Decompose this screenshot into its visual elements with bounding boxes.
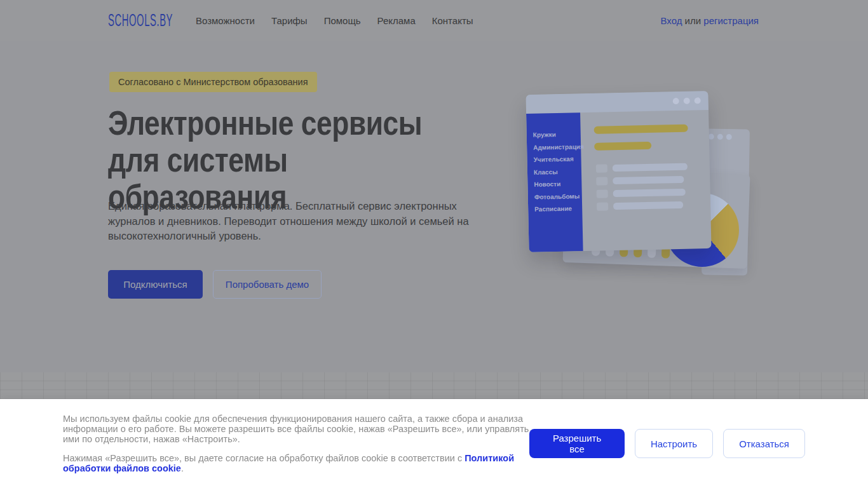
illustration-menu-item: Учительская (533, 152, 574, 166)
auth-links: Вход или регистрация (661, 15, 759, 26)
decline-cookies-button[interactable]: Отказаться (723, 429, 805, 458)
auth-separator: или (682, 15, 703, 26)
illustration-sidebar-menu: Кружки Администрация Учительская Классы … (526, 112, 583, 252)
configure-cookies-button[interactable]: Настроить (635, 429, 713, 458)
window-controls-icon (673, 97, 701, 104)
connect-button[interactable]: Подключиться (108, 270, 203, 299)
cookie-banner-text: Мы используем файлы cookie для обеспечен… (63, 414, 529, 473)
pattern-strip (0, 372, 868, 399)
ministry-approval-badge: Согласовано с Министерством образования (109, 72, 317, 92)
cookie-paragraph-2: Нажимая «Разрешить все», вы даете соглас… (63, 453, 529, 473)
cookie-paragraph-1: Мы используем файлы cookie для обеспечен… (63, 414, 529, 444)
nav-item-help[interactable]: Помощь (324, 15, 361, 26)
page-title-line1: Электронные сервисы (108, 104, 473, 141)
main-nav: Возможности Тарифы Помощь Реклама Контак… (196, 15, 473, 26)
content-highlight-bar (594, 125, 688, 134)
nav-item-ads[interactable]: Реклама (377, 15, 416, 26)
nav-item-features[interactable]: Возможности (196, 15, 255, 26)
illustration-menu-item: Расписание (534, 202, 576, 215)
nav-item-contacts[interactable]: Контакты (432, 15, 473, 26)
logo-text: SCHOOLS.BY (108, 11, 173, 30)
hero-buttons: Подключиться Попробовать демо (108, 270, 322, 299)
illustration-menu-item: Кружки (533, 128, 574, 141)
try-demo-button[interactable]: Попробовать демо (213, 270, 322, 299)
nav-item-tariffs[interactable]: Тарифы (271, 15, 308, 26)
window-controls-icon (709, 134, 732, 140)
illustration-menu-item: Новости (534, 177, 575, 191)
illustration-menu-item: Классы (534, 165, 575, 179)
cookie-buttons: Разрешить все Настроить Отказаться (529, 429, 805, 458)
page-title: Электронные сервисы для системы образова… (108, 104, 473, 215)
hero-illustration: Кружки Администрация Учительская Классы … (526, 89, 750, 318)
hero-section: Согласовано с Министерством образования … (0, 41, 868, 372)
logo[interactable]: SCHOOLS.BY (108, 11, 166, 30)
illustration-front-window: Кружки Администрация Учительская Классы … (526, 91, 711, 252)
illustration-titlebar (526, 91, 709, 114)
illustration-menu-item: Фотоальбомы (534, 190, 576, 203)
content-highlight-bar (594, 142, 651, 151)
cookie-banner: Мы используем файлы cookie для обеспечен… (0, 399, 868, 488)
login-link[interactable]: Вход (661, 15, 682, 26)
register-link[interactable]: регистрация (703, 15, 759, 26)
illustration-menu-item: Администрация (533, 140, 574, 154)
allow-all-cookies-button[interactable]: Разрешить все (529, 429, 625, 458)
hero-description: Единая образовательная платформа. Беспла… (108, 199, 471, 244)
header: SCHOOLS.BY Возможности Тарифы Помощь Рек… (0, 0, 868, 41)
